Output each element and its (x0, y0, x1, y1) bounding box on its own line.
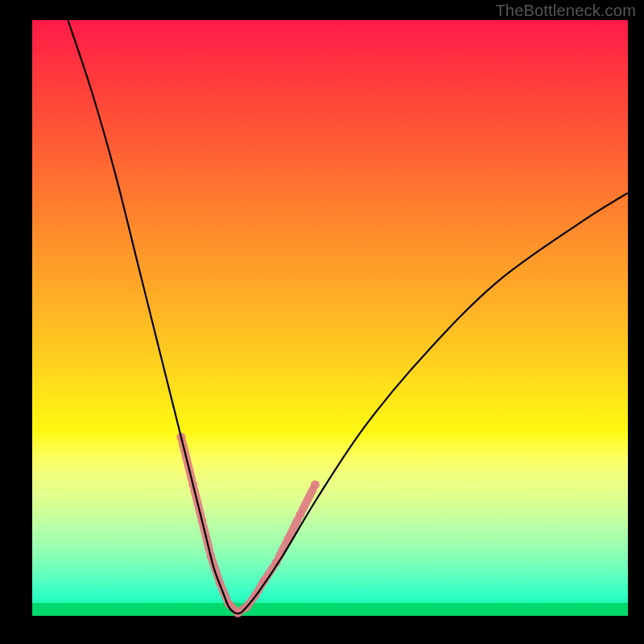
marker-group (177, 433, 320, 617)
plot-area (32, 20, 628, 616)
curve-svg (32, 20, 628, 616)
chart-container: TheBottleneck.com (0, 0, 644, 644)
watermark-text: TheBottleneck.com (495, 2, 636, 20)
marker-dot (296, 510, 305, 519)
marker-dot (311, 481, 320, 489)
bottleneck-curve (68, 20, 628, 613)
